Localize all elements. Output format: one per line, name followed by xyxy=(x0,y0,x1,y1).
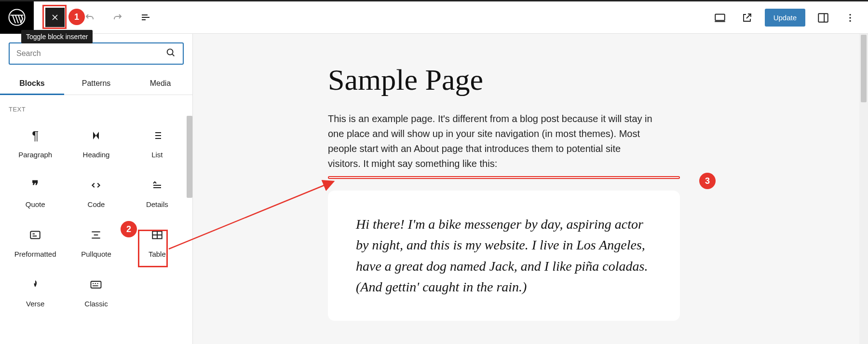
page-title[interactable]: Sample Page xyxy=(328,63,776,97)
page-paragraph[interactable]: This is an example page. It's different … xyxy=(328,111,656,171)
svg-rect-2 xyxy=(818,14,828,22)
block-inserter-sidebar: Blocks Patterns Media TEXT ¶ Paragraph H… xyxy=(0,34,193,344)
inserter-tabs: Blocks Patterns Media xyxy=(0,73,192,95)
blocks-grid: ¶ Paragraph Heading List ❞ Quote Code xyxy=(0,118,192,326)
paragraph-icon: ¶ xyxy=(28,128,42,143)
search-icon xyxy=(165,47,176,60)
annotation-badge-2: 2 xyxy=(121,221,137,237)
redo-button[interactable] xyxy=(111,11,124,24)
list-icon xyxy=(150,128,164,143)
block-label: Preformatted xyxy=(14,250,56,258)
quote-text[interactable]: Hi there! I'm a bike messenger by day, a… xyxy=(356,214,652,298)
quote-icon: ❞ xyxy=(28,178,42,193)
block-verse[interactable]: Verse xyxy=(5,267,66,316)
category-label: TEXT xyxy=(0,95,192,118)
svg-point-3 xyxy=(849,14,851,15)
block-search-box[interactable] xyxy=(9,42,184,65)
editor-canvas[interactable]: Sample Page This is an example page. It'… xyxy=(193,34,868,344)
block-label: Details xyxy=(146,200,168,208)
preformatted-icon xyxy=(28,228,42,242)
block-label: Verse xyxy=(26,300,44,308)
tooltip-toggle-inserter: Toggle block inserter xyxy=(21,30,93,43)
block-heading[interactable]: Heading xyxy=(66,118,126,167)
block-label: Classic xyxy=(84,300,108,308)
block-label: Quote xyxy=(26,200,45,208)
pullquote-icon xyxy=(89,228,103,242)
heading-icon xyxy=(89,128,103,143)
document-overview-button[interactable] xyxy=(139,11,152,24)
block-label: Code xyxy=(88,200,105,208)
block-quote[interactable]: ❞ Quote xyxy=(5,167,66,217)
annotation-badge-3: 3 xyxy=(699,173,716,189)
block-preformatted[interactable]: Preformatted xyxy=(5,217,66,267)
annotation-badge-1: 1 xyxy=(68,9,85,25)
tab-media[interactable]: Media xyxy=(128,73,192,95)
undo-button[interactable] xyxy=(83,11,96,24)
details-icon xyxy=(150,178,164,193)
quote-block[interactable]: Hi there! I'm a bike messenger by day, a… xyxy=(328,191,680,321)
block-classic[interactable]: Classic xyxy=(66,267,126,316)
update-button[interactable]: Update xyxy=(765,9,805,27)
block-search-input[interactable] xyxy=(16,49,165,58)
block-pullquote[interactable]: Pullquote xyxy=(66,217,126,267)
svg-point-6 xyxy=(167,49,173,55)
preview-external-button[interactable] xyxy=(738,9,756,27)
more-options-button[interactable] xyxy=(841,9,859,27)
tab-patterns[interactable]: Patterns xyxy=(64,73,128,95)
editor-topbar: Update xyxy=(0,1,868,34)
code-icon xyxy=(89,178,103,193)
block-label: Paragraph xyxy=(18,151,52,159)
svg-point-5 xyxy=(849,20,851,21)
block-label: List xyxy=(151,151,163,159)
block-paragraph[interactable]: ¶ Paragraph xyxy=(5,118,66,167)
svg-rect-9 xyxy=(91,281,101,288)
classic-icon xyxy=(89,277,103,292)
svg-rect-1 xyxy=(715,14,725,20)
view-device-button[interactable] xyxy=(711,9,729,27)
wordpress-logo[interactable] xyxy=(0,1,34,34)
toggle-block-inserter-button[interactable] xyxy=(45,8,65,27)
sidebar-scrollbar-thumb[interactable] xyxy=(187,116,192,198)
settings-panel-toggle[interactable] xyxy=(814,9,832,27)
table-icon xyxy=(150,228,164,242)
block-label: Heading xyxy=(83,151,110,159)
tab-blocks[interactable]: Blocks xyxy=(0,73,64,95)
canvas-scrollbar[interactable] xyxy=(859,34,868,344)
block-list[interactable]: List xyxy=(127,118,188,167)
verse-icon xyxy=(28,277,42,292)
svg-rect-7 xyxy=(30,231,40,238)
block-label: Pullquote xyxy=(81,250,111,258)
svg-point-4 xyxy=(849,17,851,18)
block-code[interactable]: Code xyxy=(66,167,126,217)
block-insertion-indicator[interactable] xyxy=(328,176,680,179)
block-label: Table xyxy=(149,250,166,258)
block-details[interactable]: Details xyxy=(127,167,188,217)
